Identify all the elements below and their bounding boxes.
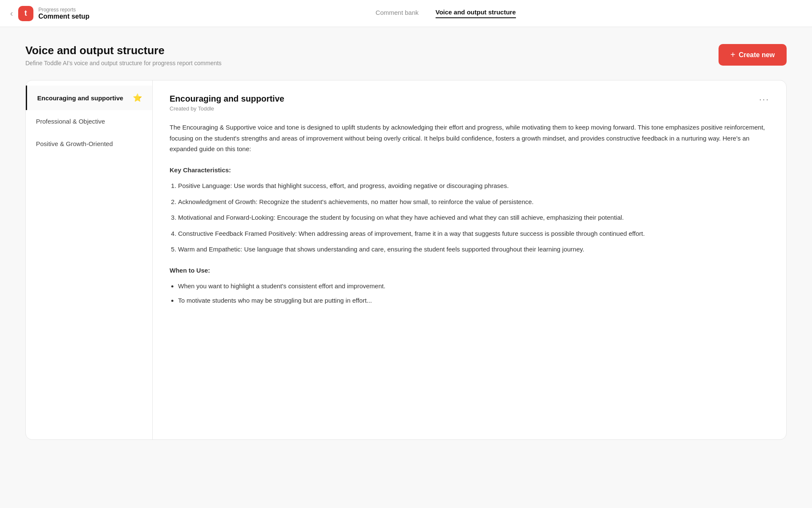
app-header: ‹ t Progress reports Comment setup Comme… (0, 0, 812, 27)
list-item: When you want to highlight a student's c… (178, 281, 769, 292)
app-logo: t (18, 6, 33, 21)
create-new-button[interactable]: + Create new (719, 44, 787, 66)
sidebar-item-positive[interactable]: Positive & Growth-Oriented (26, 133, 152, 155)
key-characteristics-list: Positive Language: Use words that highli… (170, 180, 769, 255)
page-subtitle: Define Toddle AI's voice and output stru… (25, 60, 222, 66)
voice-sidebar: Encouraging and supportive ⭐ Professiona… (26, 80, 153, 439)
list-item: Motivational and Forward-Looking: Encour… (178, 212, 769, 223)
list-item: Constructive Feedback Framed Positively:… (178, 228, 769, 239)
list-item: Warm and Empathetic: Use language that s… (178, 244, 769, 255)
parent-title: Progress reports (38, 7, 90, 13)
detail-intro: The Encouraging & Supportive voice and t… (170, 122, 769, 155)
list-item: Acknowledgment of Growth: Recognize the … (178, 196, 769, 207)
sidebar-item-professional[interactable]: Professional & Objective (26, 110, 152, 133)
detail-title-block: Encouraging and supportive Created by To… (170, 94, 284, 112)
sidebar-item-label: Professional & Objective (36, 118, 105, 125)
plus-icon: + (730, 50, 735, 60)
detail-created-by: Created by Toddle (170, 105, 284, 112)
page-title: Voice and output structure (25, 44, 222, 57)
main-nav: Comment bank Voice and output structure (376, 8, 516, 18)
detail-title: Encouraging and supportive (170, 94, 284, 104)
page-header: Voice and output structure Define Toddle… (25, 44, 787, 66)
detail-header: Encouraging and supportive Created by To… (170, 94, 769, 112)
app-title: Comment setup (38, 13, 90, 20)
app-info: Progress reports Comment setup (38, 7, 90, 20)
sidebar-item-label: Encouraging and supportive (37, 94, 123, 102)
detail-menu-button[interactable]: ··· (759, 94, 769, 105)
page-header-left: Voice and output structure Define Toddle… (25, 44, 222, 66)
detail-body: The Encouraging & Supportive voice and t… (170, 122, 769, 306)
list-item: To motivate students who may be struggli… (178, 295, 769, 306)
detail-panel: Encouraging and supportive Created by To… (153, 80, 786, 439)
sidebar-item-encouraging[interactable]: Encouraging and supportive ⭐ (26, 86, 152, 110)
sidebar-item-label: Positive & Growth-Oriented (36, 140, 113, 147)
nav-comment-bank[interactable]: Comment bank (376, 9, 419, 18)
main-content: Voice and output structure Define Toddle… (0, 27, 812, 457)
create-new-label: Create new (739, 51, 775, 59)
when-to-use-title: When to Use: (170, 265, 769, 276)
back-button[interactable]: ‹ (10, 8, 13, 18)
when-to-use-list: When you want to highlight a student's c… (170, 281, 769, 306)
content-layout: Encouraging and supportive ⭐ Professiona… (25, 80, 787, 440)
key-characteristics-title: Key Characteristics: (170, 165, 769, 176)
star-icon: ⭐ (133, 93, 142, 102)
list-item: Positive Language: Use words that highli… (178, 180, 769, 191)
nav-voice-output[interactable]: Voice and output structure (436, 8, 516, 18)
